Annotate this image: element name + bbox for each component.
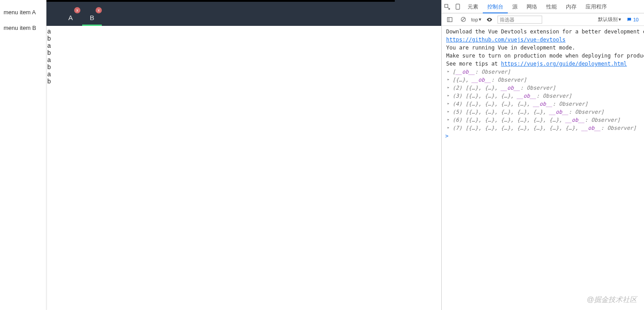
console-message: See more tips at https://vuejs.org/guide… [442, 60, 644, 68]
svg-rect-1 [456, 4, 460, 9]
devtools-tab[interactable]: 网络 [522, 0, 542, 13]
inspect-icon[interactable] [442, 2, 452, 12]
console-message: Make sure to turn on production mode whe… [442, 52, 644, 60]
filter-input[interactable] [498, 16, 542, 24]
console-prompt[interactable]: > [442, 132, 644, 140]
tab-bar: A x B x [46, 0, 441, 26]
content-line: b [47, 35, 440, 42]
context-selector[interactable]: top ▾ [471, 17, 481, 22]
console-object[interactable]: (4) [{…}, {…}, {…}, {…}, __ob__: Observe… [442, 100, 644, 108]
svg-line-5 [462, 18, 465, 21]
devtools-tabs: 元素控制台源网络性能内存应用程序 [442, 0, 644, 13]
message-icon [627, 17, 632, 22]
content-line: a [47, 56, 440, 63]
content-line: a [47, 42, 440, 49]
console-message: https://github.com/vuejs/vue-devtools [442, 36, 644, 44]
message-count[interactable]: 10 [624, 17, 641, 22]
chevron-down-icon: ▾ [619, 17, 621, 22]
eye-icon[interactable] [484, 15, 495, 25]
chevron-down-icon: ▾ [479, 17, 481, 22]
content-area: abababab [46, 26, 441, 87]
devtools-tab[interactable]: 性能 [542, 0, 561, 13]
clear-icon[interactable] [458, 15, 468, 25]
sidebar-item-b[interactable]: menu item B [0, 20, 46, 36]
log-text: See more tips at [446, 61, 501, 67]
svg-rect-0 [445, 4, 448, 7]
level-label: 默认级别 [598, 16, 618, 23]
sidebar: menu item A menu item B [0, 0, 46, 310]
devtools-tab[interactable]: 内存 [561, 0, 581, 13]
count-value: 10 [633, 17, 639, 22]
devtools-panel: 元素控制台源网络性能内存应用程序 top ▾ 默认级别 ▾ 10 Downloa… [441, 0, 644, 310]
console-object[interactable]: [{…}, __ob__: Observer] [442, 76, 644, 84]
close-icon[interactable]: x [96, 7, 102, 13]
log-level-selector[interactable]: 默认级别 ▾ [598, 16, 621, 23]
console-object[interactable]: (6) [{…}, {…}, {…}, {…}, {…}, {…}, __ob_… [442, 116, 644, 124]
console-link[interactable]: https://vuejs.org/guide/deployment.html [501, 61, 627, 67]
content-line: b [47, 49, 440, 56]
context-label: top [471, 17, 478, 22]
log-text: Download the Vue Devtools extension for … [446, 29, 644, 35]
main-area: A x B x abababab [46, 0, 441, 310]
content-line: a [47, 70, 440, 78]
content-line: b [47, 63, 440, 70]
devtools-tab[interactable]: 控制台 [483, 0, 508, 13]
console-object[interactable]: (5) [{…}, {…}, {…}, {…}, {…}, __ob__: Ob… [442, 108, 644, 116]
tab-b[interactable]: B x [81, 9, 103, 26]
svg-rect-2 [447, 17, 452, 21]
close-icon[interactable]: x [74, 7, 80, 13]
console-object[interactable]: (3) [{…}, {…}, {…}, __ob__: Observer] [442, 92, 644, 100]
devtools-tab[interactable]: 应用程序 [581, 0, 611, 13]
console-link[interactable]: https://github.com/vuejs/vue-devtools [446, 37, 565, 43]
devtools-tab[interactable]: 元素 [463, 0, 483, 13]
content-line: a [47, 28, 440, 35]
console-message: You are running Vue in development mode. [442, 44, 644, 52]
tab-label: A [68, 14, 73, 21]
console-object[interactable]: (7) [{…}, {…}, {…}, {…}, {…}, {…}, {…}, … [442, 124, 644, 132]
sidebar-toggle-icon[interactable] [444, 15, 455, 25]
console-message: Download the Vue Devtools extension for … [442, 28, 644, 36]
device-icon[interactable] [452, 2, 463, 12]
sidebar-item-a[interactable]: menu item A [0, 4, 46, 20]
devtools-tab[interactable]: 源 [508, 0, 522, 13]
tab-label: B [90, 14, 94, 21]
console-object[interactable]: [__ob__: Observer] [442, 68, 644, 76]
content-line: b [47, 78, 440, 85]
console-object[interactable]: (2) [{…}, {…}, __ob__: Observer] [442, 84, 644, 92]
tab-a[interactable]: A x [60, 9, 81, 26]
console-toolbar: top ▾ 默认级别 ▾ 10 [442, 13, 644, 26]
console-output: Download the Vue Devtools extension for … [442, 26, 644, 310]
watermark: @掘金技术社区 [587, 295, 637, 305]
